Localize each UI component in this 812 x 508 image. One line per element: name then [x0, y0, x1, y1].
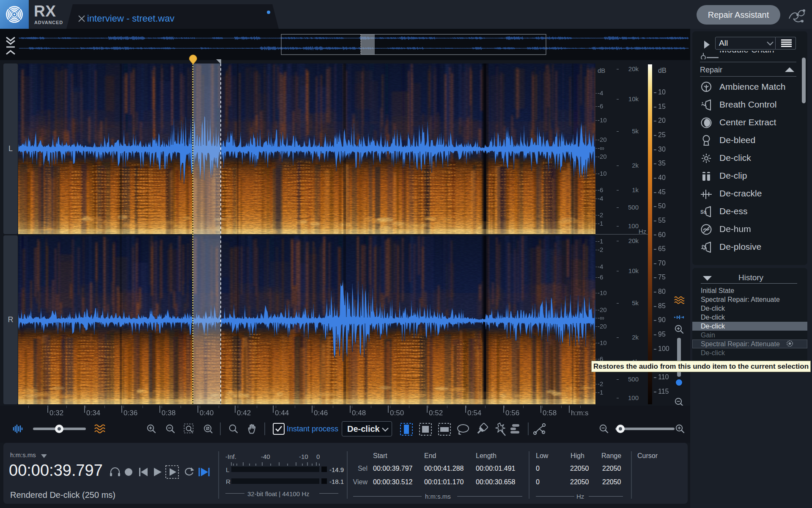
svg-text:Ss: Ss	[700, 209, 707, 215]
